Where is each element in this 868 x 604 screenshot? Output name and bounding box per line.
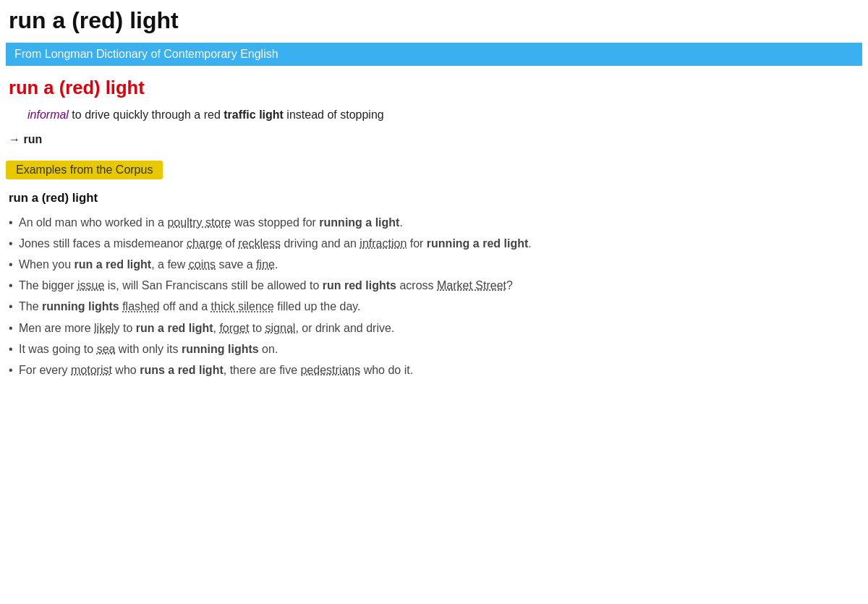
- link-signal[interactable]: signal: [265, 322, 296, 334]
- source-banner: From Longman Dictionary of Contemporary …: [6, 43, 862, 66]
- link-flashed[interactable]: flashed: [122, 300, 160, 312]
- link-pedestrians[interactable]: pedestrians: [300, 364, 360, 376]
- list-item: An old man who worked in a poultry store…: [9, 213, 862, 232]
- definition-line: informal to drive quickly through a red …: [6, 106, 862, 124]
- bold-runs-a-red-light: runs a red light: [140, 364, 224, 376]
- link-issue[interactable]: issue: [77, 279, 104, 292]
- page-title: run a (red) light: [6, 7, 862, 34]
- link-infraction[interactable]: infraction: [359, 237, 407, 250]
- see-also-term: run: [23, 133, 42, 145]
- list-item: The bigger issue is, will San Franciscan…: [9, 276, 862, 295]
- corpus-section-title: run a (red) light: [6, 191, 862, 205]
- definition-text-after-bold: instead of stopping: [284, 109, 384, 121]
- list-item: The running lights flashed off and a thi…: [9, 297, 862, 316]
- corpus-badge: Examples from the Corpus: [6, 161, 862, 191]
- list-item: For every motorist who runs a red light,…: [9, 360, 862, 380]
- list-item: It was going to sea with only its runnin…: [9, 339, 862, 359]
- link-sea[interactable]: sea: [97, 343, 116, 355]
- bold-running-a-red-light: running a red light: [427, 237, 528, 250]
- list-item: Men are more likely to run a red light, …: [9, 318, 862, 338]
- link-reckless[interactable]: reckless: [238, 237, 281, 250]
- definition-text-before-bold: to drive quickly through a red: [69, 109, 224, 121]
- bold-run-red-lights: run red lights: [323, 279, 396, 292]
- link-charge[interactable]: charge: [187, 237, 222, 250]
- list-item: Jones still faces a misdemeanor charge o…: [9, 234, 862, 253]
- bold-run-a-red-light-3: run a red light: [74, 258, 151, 271]
- link-market-street[interactable]: Market Street: [437, 279, 506, 292]
- bold-run-a-red-light-6: run a red light: [136, 322, 213, 334]
- entry-heading: run a (red) light: [6, 77, 862, 98]
- bold-running-lights-7: running lights: [182, 343, 259, 355]
- link-fine[interactable]: fine: [256, 258, 275, 271]
- informal-tag: informal: [27, 109, 69, 121]
- link-forget[interactable]: forget: [219, 322, 249, 334]
- link-thick-silence[interactable]: thick silence: [211, 300, 274, 312]
- see-also-arrow: →: [9, 133, 20, 145]
- bold-running-lights-5: running lights: [42, 300, 119, 312]
- bold-running-a-light: running a light: [319, 216, 399, 229]
- link-poultry-store[interactable]: poultry store: [167, 216, 231, 229]
- link-motorist[interactable]: motorist: [71, 364, 112, 376]
- link-likely[interactable]: likely: [94, 322, 120, 334]
- corpus-badge-label: Examples from the Corpus: [6, 161, 163, 179]
- link-coins[interactable]: coins: [189, 258, 216, 271]
- definition-bold-term: traffic light: [224, 109, 284, 121]
- example-list: An old man who worked in a poultry store…: [6, 213, 862, 380]
- list-item: When you run a red light, a few coins sa…: [9, 255, 862, 274]
- see-also: → run: [6, 133, 862, 146]
